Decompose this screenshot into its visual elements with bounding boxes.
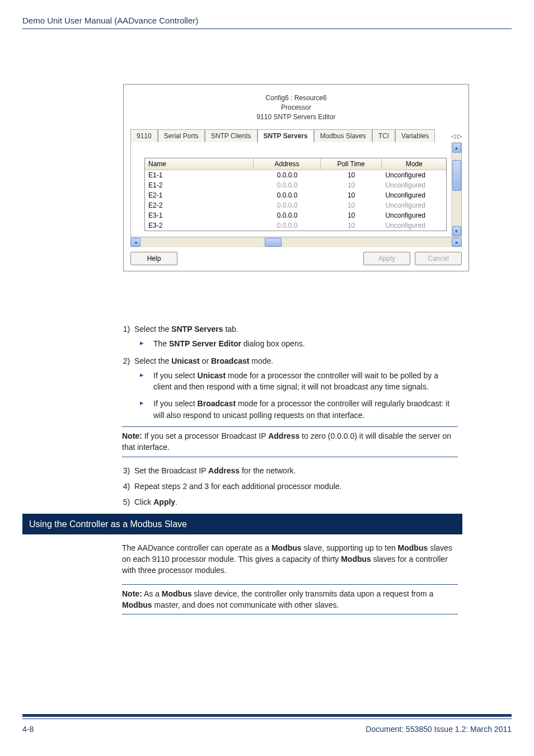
col-name[interactable]: Name (145, 158, 254, 170)
cell-name: E1-1 (145, 170, 254, 180)
tab-modbus-slaves[interactable]: Modbus Slaves (314, 129, 372, 143)
page-footer: 4-8 Document: 553850 Issue 1.2: March 20… (22, 719, 512, 734)
tab-serial-ports[interactable]: Serial Ports (158, 129, 205, 143)
cell-mode: Unconfigured (382, 180, 446, 190)
cell-mode: Unconfigured (382, 200, 446, 210)
hscroll-thumb[interactable] (265, 238, 282, 247)
cell-mode: Unconfigured (382, 210, 446, 220)
cell-address: 0.0.0.0 (254, 190, 321, 200)
cell-name: E3-1 (145, 210, 254, 220)
scroll-left-icon[interactable]: ◂ (130, 238, 140, 247)
table-row[interactable]: E3-20.0.0.010Unconfigured (145, 220, 446, 231)
sntp-server-table: Name Address Poll Time Mode E1-10.0.0.01… (144, 158, 447, 231)
scroll-up-icon[interactable]: ▴ (452, 143, 461, 153)
step-2-sub-1: If you select Unicast mode for a process… (139, 370, 458, 393)
apply-button[interactable]: Apply (363, 252, 410, 265)
table-row[interactable]: E1-20.0.0.010Unconfigured (145, 180, 446, 190)
help-button[interactable]: Help (130, 252, 177, 265)
tab-content: Name Address Poll Time Mode E1-10.0.0.01… (130, 142, 462, 237)
modbus-intro-paragraph: The AADvance controller can operate as a… (122, 542, 458, 576)
footer-document-info: Document: 553850 Issue 1.2: March 2011 (366, 725, 512, 734)
footer-page-number: 4-8 (22, 725, 34, 734)
step-2-sub-2: If you select Broadcast mode for a proce… (139, 398, 458, 421)
step-2: Select the Unicast or Broadcast mode. If… (134, 355, 458, 457)
step-1-sub: The SNTP Server Editor dialog box opens. (139, 338, 458, 349)
cancel-button[interactable]: Cancel (415, 252, 462, 265)
tab-sntp-servers[interactable]: SNTP Servers (257, 129, 314, 143)
tab-tci[interactable]: TCI (372, 129, 395, 143)
tab-bar: 9110 Serial Ports SNTP Clients SNTP Serv… (130, 129, 462, 143)
dialog-button-row: Help Apply Cancel (130, 247, 462, 265)
note-modbus-slave: Note: As a Modbus slave device, the cont… (122, 584, 458, 615)
cell-mode: Unconfigured (382, 190, 446, 200)
scroll-right-icon[interactable]: ▸ (452, 238, 462, 247)
cell-mode: Unconfigured (382, 220, 446, 231)
cell-poll: 10 (321, 220, 382, 231)
dialog-title: Config6 : Resource6 Processor 9110 SNTP … (130, 92, 462, 129)
col-address[interactable]: Address (254, 158, 321, 170)
step-5: Click Apply. (134, 496, 458, 508)
page-body: Select the SNTP Servers tab. The SNTP Se… (122, 323, 458, 622)
cell-name: E2-1 (145, 190, 254, 200)
scroll-down-icon[interactable]: ▾ (452, 226, 461, 236)
step-1: Select the SNTP Servers tab. The SNTP Se… (134, 323, 458, 350)
sntp-editor-dialog: Config6 : Resource6 Processor 9110 SNTP … (123, 84, 469, 271)
dialog-title-line1: Config6 : Resource6 (265, 94, 326, 102)
table-row[interactable]: E1-10.0.0.010Unconfigured (145, 170, 446, 180)
dialog-title-line3: 9110 SNTP Servers Editor (256, 113, 335, 121)
step-4: Repeat steps 2 and 3 for each additional… (134, 481, 458, 492)
cell-name: E1-2 (145, 180, 254, 190)
step-3: Set the Broadcast IP Address for the net… (134, 465, 458, 476)
tab-variables[interactable]: Variables (395, 129, 435, 143)
cell-name: E2-2 (145, 200, 254, 210)
vertical-scrollbar[interactable]: ▴ ▾ (451, 142, 461, 237)
cell-poll: 10 (321, 180, 382, 190)
tab-scroll-arrows[interactable]: ◁ ▷ (448, 133, 462, 143)
cell-address: 0.0.0.0 (254, 170, 321, 180)
col-poll-time[interactable]: Poll Time (321, 158, 382, 170)
dialog-title-line2: Processor (281, 104, 311, 111)
footer-rule (22, 714, 512, 717)
scroll-thumb[interactable] (452, 160, 461, 191)
cell-poll: 10 (321, 170, 382, 180)
note-broadcast-ip: Note: If you set a processor Broadcast I… (122, 426, 458, 457)
cell-poll: 10 (321, 190, 382, 200)
header-title: Demo Unit User Manual (AADvance Controll… (22, 16, 198, 25)
tab-sntp-clients[interactable]: SNTP Clients (205, 129, 257, 143)
table-header-row: Name Address Poll Time Mode (145, 158, 446, 170)
cell-poll: 10 (321, 200, 382, 210)
table-row[interactable]: E3-10.0.0.010Unconfigured (145, 210, 446, 220)
page-header: Demo Unit User Manual (AADvance Controll… (22, 0, 512, 29)
cell-address: 0.0.0.0 (254, 200, 321, 210)
cell-mode: Unconfigured (382, 170, 446, 180)
col-mode[interactable]: Mode (382, 158, 446, 170)
horizontal-scrollbar[interactable]: ◂ ▸ (130, 237, 462, 247)
tab-9110[interactable]: 9110 (130, 129, 158, 143)
cell-poll: 10 (321, 210, 382, 220)
cell-address: 0.0.0.0 (254, 180, 321, 190)
section-heading: Using the Controller as a Modbus Slave (22, 514, 462, 534)
cell-name: E3-2 (145, 220, 254, 231)
cell-address: 0.0.0.0 (254, 210, 321, 220)
table-row[interactable]: E2-20.0.0.010Unconfigured (145, 200, 446, 210)
cell-address: 0.0.0.0 (254, 220, 321, 231)
table-row[interactable]: E2-10.0.0.010Unconfigured (145, 190, 446, 200)
